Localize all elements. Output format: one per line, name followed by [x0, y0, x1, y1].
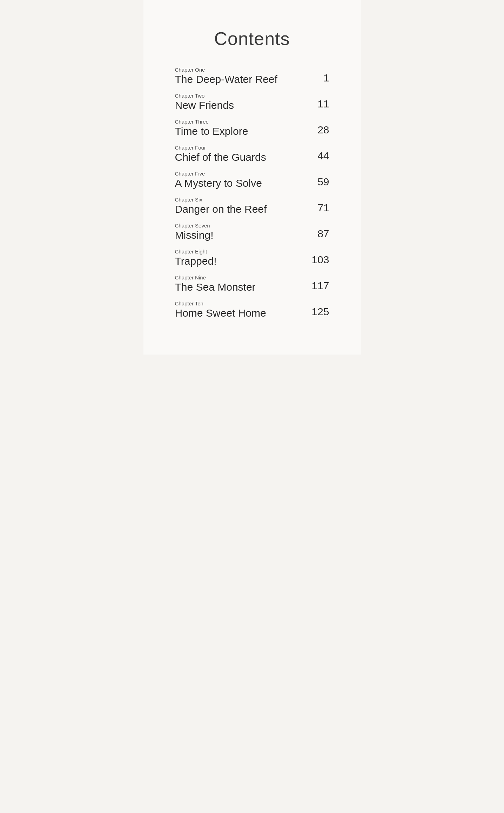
chapter-title: Chief of the Guards — [175, 151, 308, 163]
toc-entry: Chapter SevenMissing!87 — [175, 223, 329, 241]
toc-left: Chapter SevenMissing! — [175, 223, 308, 241]
chapter-page-number: 87 — [308, 228, 329, 241]
toc-entry: Chapter NineThe Sea Monster117 — [175, 275, 329, 293]
chapter-page-number: 59 — [308, 176, 329, 189]
toc-entry: Chapter TenHome Sweet Home125 — [175, 300, 329, 319]
chapter-title: The Deep-Water Reef — [175, 73, 308, 85]
chapter-title: Home Sweet Home — [175, 307, 308, 319]
chapter-page-number: 28 — [308, 124, 329, 137]
chapter-page-number: 125 — [308, 306, 329, 319]
chapter-title: Time to Explore — [175, 125, 308, 137]
chapter-label: Chapter Four — [175, 145, 308, 151]
chapter-label: Chapter Five — [175, 171, 308, 177]
chapter-title: The Sea Monster — [175, 281, 308, 293]
toc-left: Chapter NineThe Sea Monster — [175, 275, 308, 293]
toc-left: Chapter EightTrapped! — [175, 249, 308, 267]
chapter-page-number: 103 — [308, 254, 329, 267]
toc-entry: Chapter FourChief of the Guards44 — [175, 145, 329, 163]
toc-entry: Chapter EightTrapped!103 — [175, 249, 329, 267]
toc-entry: Chapter OneThe Deep-Water Reef1 — [175, 67, 329, 85]
page-title: Contents — [175, 28, 329, 49]
chapter-label: Chapter Seven — [175, 223, 308, 229]
toc-entry: Chapter ThreeTime to Explore28 — [175, 119, 329, 137]
toc-left: Chapter FourChief of the Guards — [175, 145, 308, 163]
toc-left: Chapter TwoNew Friends — [175, 93, 308, 111]
toc-left: Chapter SixDanger on the Reef — [175, 197, 308, 215]
chapter-page-number: 11 — [308, 98, 329, 111]
chapter-label: Chapter Six — [175, 197, 308, 203]
chapter-label: Chapter Ten — [175, 300, 308, 306]
toc-entry: Chapter TwoNew Friends11 — [175, 93, 329, 111]
chapter-title: Trapped! — [175, 255, 308, 267]
chapter-label: Chapter Eight — [175, 249, 308, 255]
contents-page: Contents Chapter OneThe Deep-Water Reef1… — [143, 0, 361, 355]
chapter-label: Chapter Three — [175, 119, 308, 125]
chapter-title: New Friends — [175, 99, 308, 111]
toc-left: Chapter TenHome Sweet Home — [175, 300, 308, 319]
chapter-page-number: 1 — [308, 72, 329, 85]
toc-left: Chapter ThreeTime to Explore — [175, 119, 308, 137]
toc-list: Chapter OneThe Deep-Water Reef1Chapter T… — [175, 67, 329, 319]
chapter-page-number: 44 — [308, 150, 329, 163]
chapter-label: Chapter Nine — [175, 275, 308, 280]
chapter-title: Missing! — [175, 229, 308, 241]
toc-entry: Chapter FiveA Mystery to Solve59 — [175, 171, 329, 189]
chapter-label: Chapter Two — [175, 93, 308, 99]
toc-left: Chapter OneThe Deep-Water Reef — [175, 67, 308, 85]
toc-left: Chapter FiveA Mystery to Solve — [175, 171, 308, 189]
chapter-page-number: 71 — [308, 202, 329, 215]
chapter-page-number: 117 — [308, 280, 329, 293]
chapter-title: Danger on the Reef — [175, 203, 308, 215]
chapter-label: Chapter One — [175, 67, 308, 73]
toc-entry: Chapter SixDanger on the Reef71 — [175, 197, 329, 215]
chapter-title: A Mystery to Solve — [175, 177, 308, 189]
